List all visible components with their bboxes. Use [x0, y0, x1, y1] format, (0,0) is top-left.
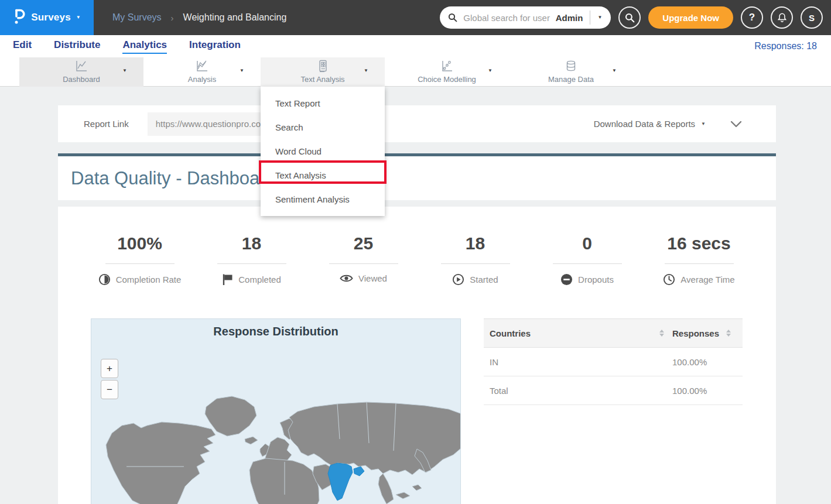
breadcrumb-my-surveys[interactable]: My Surveys	[112, 12, 162, 23]
report-bar-actions: Download Data & Reports ▼	[594, 119, 776, 129]
eye-icon	[340, 273, 353, 283]
caret-down-icon[interactable]: ▼	[612, 68, 617, 73]
analytics-toolbar: Dashboard ▼ Analysis ▼ Text Analysis ▼ C…	[0, 57, 831, 87]
download-data-reports-button[interactable]: Download Data & Reports	[594, 119, 695, 129]
questionpro-logo-icon	[13, 8, 26, 27]
help-button[interactable]: ?	[741, 6, 763, 29]
text-analysis-dropdown-menu: Text Report Search Word Cloud Text Analy…	[261, 87, 385, 216]
toolbar-label: Choice Modelling	[385, 75, 509, 84]
cell-responses: 100.00%	[672, 357, 707, 367]
help-icon: ?	[749, 12, 755, 23]
toolbar-choice-modelling[interactable]: Choice Modelling ▼	[385, 57, 509, 87]
stat-dropouts: 0 Dropouts	[531, 234, 643, 288]
chevron-down-icon[interactable]	[730, 121, 742, 128]
cell-country: Total	[490, 386, 508, 396]
nav-links: Edit Distribute Analytics Integration	[0, 39, 241, 54]
map-zoom-out-button[interactable]: −	[101, 380, 118, 399]
caret-down-icon[interactable]: ▼	[240, 68, 244, 73]
contrast-icon	[98, 273, 111, 286]
flag-icon	[222, 273, 233, 286]
map-zoom-in-button[interactable]: +	[101, 359, 118, 378]
cell-country: IN	[490, 357, 498, 367]
toolbar-analysis[interactable]: Analysis ▼	[143, 57, 261, 87]
breadcrumb-separator-icon: ›	[171, 13, 174, 23]
nav-tab-distribute[interactable]: Distribute	[54, 39, 100, 54]
caret-down-icon[interactable]: ▼	[701, 122, 706, 126]
search-icon	[448, 13, 457, 22]
clock-icon	[663, 273, 675, 286]
caret-down-icon[interactable]: ▼	[488, 68, 493, 73]
sort-icon[interactable]	[659, 330, 664, 337]
play-circle-icon	[452, 273, 464, 286]
breadcrumb: My Surveys › Weighting and Balancing	[112, 12, 286, 23]
map-country-india[interactable]	[328, 463, 364, 500]
map-zoom-controls: + −	[101, 359, 118, 399]
divider	[329, 263, 398, 264]
global-search-bar: Admin ▼	[440, 6, 611, 29]
stat-viewed: 25 Viewed	[307, 234, 419, 288]
menu-item-sentiment-analysis[interactable]: Sentiment Analysis	[261, 187, 385, 211]
avatar-initial: S	[809, 13, 815, 23]
caret-down-icon[interactable]: ▼	[122, 68, 127, 73]
toolbar-manage-data[interactable]: Manage Data ▼	[509, 57, 633, 87]
minus-circle-icon	[560, 273, 573, 286]
menu-item-text-analysis[interactable]: Text Analysis	[261, 163, 385, 187]
menu-item-text-report[interactable]: Text Report	[261, 91, 385, 115]
divider	[553, 263, 622, 264]
nav-tab-edit[interactable]: Edit	[13, 39, 32, 54]
toolbar-dashboard[interactable]: Dashboard ▼	[19, 57, 143, 87]
report-link-bar: Report Link Download Data & Reports ▼	[58, 105, 776, 142]
column-header-countries[interactable]: Countries	[490, 328, 531, 338]
survey-nav: Edit Distribute Analytics Integration Re…	[0, 35, 831, 57]
stat-value: 25	[307, 234, 419, 253]
divider	[590, 11, 590, 25]
stat-value: 16 secs	[643, 234, 755, 253]
column-header-responses[interactable]: Responses	[672, 328, 719, 338]
toolbar-label: Analysis	[143, 75, 261, 84]
stat-started: 18 Started	[419, 234, 531, 288]
stat-completion-rate: 100% Completion Rate	[84, 234, 196, 288]
caret-down-icon[interactable]: ▼	[364, 68, 368, 73]
sort-icon[interactable]	[726, 330, 731, 337]
stat-value: 18	[196, 234, 307, 253]
stat-label: Dropouts	[578, 275, 614, 284]
table-header: Countries Responses	[484, 318, 743, 348]
topbar-actions: Admin ▼ Upgrade Now ? S	[440, 6, 823, 29]
global-search-input[interactable]	[463, 13, 555, 23]
stat-label: Started	[470, 275, 498, 284]
stat-label: Completed	[238, 275, 281, 284]
stat-label: Average Time	[680, 275, 734, 284]
stat-value: 0	[531, 234, 643, 253]
cell-responses: 100.00%	[672, 386, 707, 396]
toolbar-label: Dashboard	[19, 75, 143, 84]
table-row: IN 100.00%	[484, 348, 743, 376]
stat-completed: 18 Completed	[196, 234, 307, 288]
responses-count: Responses: 18	[754, 41, 831, 52]
menu-item-search[interactable]: Search	[261, 115, 385, 139]
search-button[interactable]	[618, 6, 641, 29]
toolbar-label: Text Analysis	[261, 75, 385, 84]
user-avatar[interactable]: S	[801, 6, 823, 29]
dashboard-main-card: 100% Completion Rate 18 Completed 25 Vie…	[58, 207, 776, 504]
notifications-button[interactable]	[771, 6, 793, 29]
chevron-down-icon: ▼	[76, 15, 81, 20]
search-scope-dropdown[interactable]: ▼	[597, 15, 602, 20]
toolbar-text-analysis[interactable]: Text Analysis ▼	[261, 57, 385, 87]
divider	[217, 263, 286, 264]
product-label: Surveys	[31, 12, 71, 23]
upgrade-now-button[interactable]: Upgrade Now	[648, 6, 733, 29]
page-title-card: Data Quality - Dashboard	[58, 153, 776, 200]
menu-item-word-cloud[interactable]: Word Cloud	[261, 139, 385, 163]
divider	[441, 263, 510, 264]
world-map[interactable]	[91, 319, 461, 504]
nav-tab-analytics[interactable]: Analytics	[122, 39, 167, 54]
bell-icon	[777, 12, 787, 23]
stat-value: 100%	[84, 234, 196, 253]
divider	[665, 263, 734, 264]
search-scope-label: Admin	[556, 13, 583, 23]
nav-tab-integration[interactable]: Integration	[189, 39, 241, 54]
toolbar-label: Manage Data	[509, 75, 633, 84]
surveys-menu-button[interactable]: Surveys ▼	[0, 0, 94, 35]
stat-label: Completion Rate	[116, 275, 182, 284]
topbar: Surveys ▼ My Surveys › Weighting and Bal…	[0, 0, 831, 35]
